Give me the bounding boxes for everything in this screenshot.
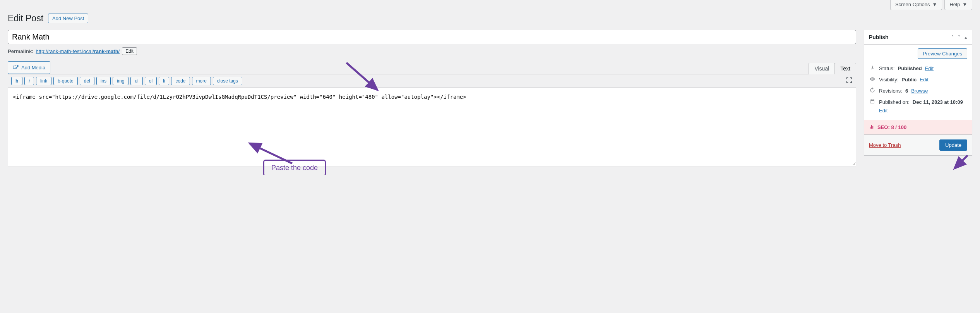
add-media-button[interactable]: Add Media (8, 61, 50, 74)
screen-options-button[interactable]: Screen Options ▼ (890, 0, 942, 10)
edit-date-link[interactable]: Edit (879, 108, 887, 114)
qt-bold-button[interactable]: b (11, 77, 22, 85)
pin-icon (869, 65, 876, 72)
revisions-icon (869, 88, 876, 94)
qt-ins-button[interactable]: ins (96, 77, 111, 85)
qt-ul-button[interactable]: ul (130, 77, 142, 85)
edit-slug-button[interactable]: Edit (122, 47, 137, 55)
tab-text[interactable]: Text (834, 63, 856, 74)
chevron-down-icon: ▼ (962, 2, 967, 7)
status-value: Published (898, 65, 922, 71)
calendar-icon (869, 99, 876, 105)
annotation-callout: Paste the code (263, 160, 326, 175)
qt-link-button[interactable]: link (36, 77, 51, 85)
fullscreen-icon[interactable] (846, 77, 853, 85)
page-title: Edit Post (8, 13, 43, 24)
annotation-arrow-icon (951, 153, 970, 172)
add-new-post-button[interactable]: Add New Post (48, 14, 88, 23)
qt-img-button[interactable]: img (113, 77, 128, 85)
qt-blockquote-button[interactable]: b-quote (53, 77, 78, 85)
revisions-label: Revisions: (879, 88, 902, 94)
qt-ol-button[interactable]: ol (145, 77, 157, 85)
chevron-down-icon: ▼ (932, 2, 937, 7)
seo-chart-icon (869, 124, 874, 131)
published-value: Dec 11, 2023 at 10:09 (913, 99, 963, 105)
permalink-label: Permalink: (8, 48, 33, 54)
edit-status-link[interactable]: Edit (925, 65, 934, 71)
visibility-label: Visibility: (879, 77, 898, 83)
preview-changes-button[interactable]: Preview Changes (918, 48, 967, 59)
status-label: Status: (879, 65, 894, 71)
permalink-link[interactable]: http://rank-math-test.local/rank-math/ (36, 48, 120, 54)
edit-visibility-link[interactable]: Edit (920, 77, 928, 83)
qt-li-button[interactable]: li (159, 77, 169, 85)
move-down-icon[interactable]: ˅ (958, 34, 961, 40)
content-textarea[interactable] (8, 88, 856, 165)
update-button[interactable]: Update (939, 139, 967, 151)
move-to-trash-link[interactable]: Move to Trash (869, 142, 901, 148)
revisions-value: 6 (905, 88, 908, 94)
visibility-value: Public (901, 77, 917, 83)
toggle-panel-icon[interactable]: ▴ (965, 34, 967, 40)
add-media-label: Add Media (21, 65, 45, 71)
camera-music-icon (13, 64, 19, 71)
published-label: Published on: (879, 99, 910, 105)
screen-options-label: Screen Options (895, 2, 930, 7)
svg-line-2 (954, 155, 968, 169)
qt-more-button[interactable]: more (192, 77, 211, 85)
post-title-input[interactable] (8, 30, 856, 44)
qt-code-button[interactable]: code (171, 77, 190, 85)
help-button[interactable]: Help ▼ (944, 0, 972, 10)
publish-box-title: Publish (869, 34, 889, 40)
qt-del-button[interactable]: del (80, 77, 94, 85)
seo-score-label: SEO: 8 / 100 (877, 124, 906, 130)
visibility-icon (869, 76, 876, 83)
seo-score-row[interactable]: SEO: 8 / 100 (864, 120, 972, 134)
tab-visual[interactable]: Visual (809, 63, 835, 74)
help-label: Help (949, 2, 960, 7)
browse-revisions-link[interactable]: Browse (911, 88, 928, 94)
qt-closetags-button[interactable]: close tags (213, 77, 242, 85)
move-up-icon[interactable]: ˄ (951, 34, 954, 40)
qt-italic-button[interactable]: i (24, 77, 34, 85)
publish-box: Publish ˄ ˅ ▴ Preview Changes Status: Pu… (864, 30, 972, 156)
